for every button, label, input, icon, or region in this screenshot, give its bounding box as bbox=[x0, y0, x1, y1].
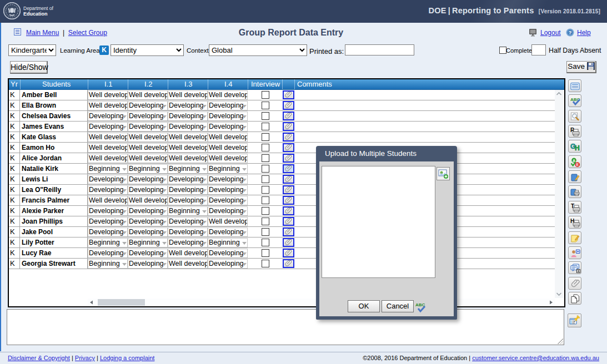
svg-text:H: H bbox=[575, 144, 580, 151]
svg-text:?: ? bbox=[569, 30, 572, 36]
svg-text:E: E bbox=[576, 163, 579, 166]
svg-text:A: A bbox=[573, 159, 575, 163]
